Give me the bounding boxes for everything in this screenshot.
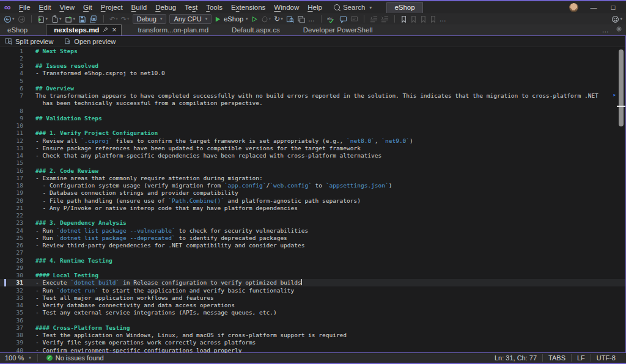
editor-row[interactable]: 36 xyxy=(0,316,626,324)
solution-configuration-dropdown[interactable]: Debug▾ xyxy=(133,14,167,24)
split-preview-button[interactable]: Split preview xyxy=(5,38,53,45)
menu-build[interactable]: Build xyxy=(127,2,152,12)
caret-position-status[interactable]: Ln: 31, Ch: 77 xyxy=(489,354,542,362)
next-bookmark-button[interactable] xyxy=(420,15,427,23)
editor-row[interactable]: 33- Test all major application workflows… xyxy=(0,294,626,301)
tab-transform-on-plan-md[interactable]: transform...on-plan.md xyxy=(130,24,216,35)
undo-button[interactable]: ↶▾ xyxy=(109,15,118,23)
toolbar-overflow-button-2[interactable]: … xyxy=(440,15,447,23)
start-debugging-button[interactable]: eShop ▾ xyxy=(215,15,248,23)
menu-extensions[interactable]: Extensions xyxy=(227,2,270,12)
menu-file[interactable]: File xyxy=(15,2,35,12)
editor-row[interactable]: 32- Run `dotnet run` to start the applic… xyxy=(0,286,626,294)
editor-row[interactable]: 6## Overview xyxy=(0,84,626,92)
menu-tools[interactable]: Tools xyxy=(202,2,227,12)
editor-row[interactable]: 16### 2. Code Review xyxy=(0,167,626,174)
clear-bookmarks-button[interactable] xyxy=(430,15,436,23)
editor-row[interactable]: 1# Next Steps xyxy=(0,47,626,54)
editor-row[interactable]: 18 - Configuration system usage (verify … xyxy=(0,182,626,189)
editor-row[interactable]: has been technically successful from a c… xyxy=(0,100,626,107)
save-all-button[interactable] xyxy=(89,15,98,23)
editor-row[interactable]: 40- Confirm environment-specific configu… xyxy=(0,346,626,353)
editor-row[interactable]: 34- Verify database connectivity and dat… xyxy=(0,302,626,309)
pin-icon[interactable] xyxy=(103,27,108,32)
redo-button[interactable]: ↷▾ xyxy=(121,15,130,23)
encoding-status[interactable]: UTF-8 xyxy=(591,354,621,362)
editor-row[interactable]: 39- Verify file system operations work c… xyxy=(0,339,626,346)
add-item-button[interactable]: ▾ xyxy=(65,15,76,23)
toggle-comment-button[interactable] xyxy=(339,15,347,23)
new-file-button[interactable]: ▾ xyxy=(37,15,48,23)
navigate-back-button[interactable]: ▾ xyxy=(4,15,15,23)
editor-row[interactable]: 10 xyxy=(0,122,626,129)
search-control[interactable]: Search ▾ xyxy=(330,3,375,12)
menu-help[interactable]: Help xyxy=(303,2,326,12)
editor-row[interactable]: 20 - File path handling (ensure use of `… xyxy=(0,197,626,204)
editor-row[interactable]: 28### 4. Runtime Testing xyxy=(0,257,626,264)
editor-row[interactable]: 3## Issues resolved xyxy=(0,62,626,70)
navigate-forward-button[interactable] xyxy=(18,15,26,23)
editor-row[interactable]: 31- Execute `dotnet build` in Release co… xyxy=(0,279,626,286)
solution-platform-dropdown[interactable]: Any CPU▾ xyxy=(169,14,212,24)
editor-row[interactable]: 38- Test the application on Windows, Lin… xyxy=(0,332,626,339)
menu-test[interactable]: Test xyxy=(180,2,202,12)
toolbar-overflow-button[interactable]: … xyxy=(308,15,315,23)
zoom-dropdown[interactable]: 100 % ▾ xyxy=(5,354,38,362)
editor-row[interactable]: 23### 3. Dependency Analysis xyxy=(0,219,626,227)
hot-reload-button[interactable]: ▾ xyxy=(261,15,271,23)
editor-row[interactable]: 8 xyxy=(0,107,626,114)
solution-explorer-sync-button[interactable] xyxy=(297,15,305,23)
spell-checker-button[interactable]: abc xyxy=(327,15,336,23)
editor-row[interactable]: 4- Transformed eShop.csproj to net10.0 xyxy=(0,70,626,77)
editor-row[interactable]: 2 xyxy=(0,54,626,62)
code-editor[interactable]: 1# Next Steps23## Issues resolved4- Tran… xyxy=(0,47,626,353)
editor-row[interactable]: 5 xyxy=(0,77,626,84)
restart-button[interactable]: ↻ ▾ xyxy=(274,15,283,23)
editor-row[interactable]: 35- Test any external service integratio… xyxy=(0,309,626,316)
increase-indent-button[interactable] xyxy=(381,15,389,23)
editor-row[interactable]: 29 xyxy=(0,264,626,271)
save-button[interactable] xyxy=(78,15,86,23)
editor-row[interactable]: 12- Review all `.csproj` files to confir… xyxy=(0,137,626,144)
editor-row[interactable]: 27 xyxy=(0,249,626,257)
editor-row[interactable]: 9## Validation Steps xyxy=(0,114,626,122)
user-avatar[interactable] xyxy=(569,3,578,12)
editor-row[interactable]: 14- Check that any platform-specific dep… xyxy=(0,152,626,159)
tab-overflow-button[interactable]: … xyxy=(602,26,610,34)
indent-mode-status[interactable]: TABS xyxy=(542,354,571,362)
menu-git[interactable]: Git xyxy=(79,2,97,12)
menu-edit[interactable]: Edit xyxy=(35,2,56,12)
solution-badge[interactable]: eShop xyxy=(386,2,422,13)
editor-row[interactable]: 19 - Database connection strings and pro… xyxy=(0,189,626,197)
tab-default-aspx-cs[interactable]: Default.aspx.cs xyxy=(224,24,287,35)
menu-window[interactable]: Window xyxy=(270,2,303,12)
previous-bookmark-button[interactable] xyxy=(410,15,417,23)
find-in-files-button[interactable] xyxy=(286,15,294,23)
menu-view[interactable]: View xyxy=(55,2,79,12)
line-ending-status[interactable]: LF xyxy=(571,354,591,362)
tab-nextsteps-md[interactable]: nextsteps.md× xyxy=(46,24,122,35)
editor-row[interactable]: 25- Run `dotnet list package --deprecate… xyxy=(0,234,626,241)
tab-developer-powershell[interactable]: Developer PowerShell xyxy=(296,24,380,35)
minimize-button[interactable]: — xyxy=(589,4,598,11)
open-preview-button[interactable]: Open preview xyxy=(64,38,116,45)
editor-row[interactable]: 30#### Local Testing xyxy=(0,272,626,279)
editor-row[interactable]: 15 xyxy=(0,159,626,167)
decrease-indent-button[interactable] xyxy=(370,15,378,23)
editor-row[interactable]: 37#### Cross-Platform Testing xyxy=(0,324,626,331)
editor-row[interactable]: 24- Run `dotnet list package --vulnerabl… xyxy=(0,227,626,234)
editor-row[interactable]: 13- Ensure package references have been … xyxy=(0,144,626,151)
tab-options-gear-icon[interactable] xyxy=(616,26,622,34)
editor-row[interactable]: 7The transformation appears to have comp… xyxy=(0,92,626,100)
vertical-scrollbar-thumb[interactable] xyxy=(619,49,624,126)
issues-status[interactable]: ✓ No issues found xyxy=(46,354,104,362)
tab-group-eshop[interactable]: eShop xyxy=(0,24,46,35)
maximize-button[interactable]: □ xyxy=(609,4,617,11)
menu-debug[interactable]: Debug xyxy=(151,2,180,12)
editor-row[interactable]: 17- Examine areas that commonly require … xyxy=(0,174,626,181)
start-without-debugging-button[interactable] xyxy=(251,16,258,23)
editor-row[interactable]: 21 - Any P/Invoke or native interop code… xyxy=(0,204,626,211)
uncomment-button[interactable] xyxy=(350,15,358,23)
editor-row[interactable]: 22 xyxy=(0,212,626,219)
feedback-button[interactable]: ▾ xyxy=(611,15,622,23)
